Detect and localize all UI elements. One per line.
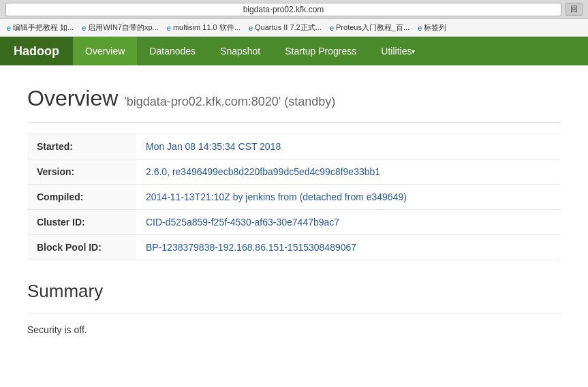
address-bar[interactable]: bigdata-pro02.kfk.com: [5, 3, 561, 16]
nav-brand: Hadoop: [0, 37, 73, 65]
table-cell-label: Started:: [27, 134, 136, 159]
browser-close-button[interactable]: 回: [566, 3, 583, 16]
table-row: Cluster ID: CID-d525a859-f25f-4530-af63-…: [27, 210, 561, 235]
bookmark-item[interactable]: e 标签列: [415, 22, 449, 33]
table-cell-value: CID-d525a859-f25f-4530-af63-30e7447b9ac7: [136, 210, 561, 235]
bookmark-icon: e: [249, 24, 253, 32]
bookmark-item[interactable]: e multisim 11.0 软件...: [164, 22, 243, 33]
table-cell-label: Version:: [27, 159, 136, 185]
nav-item-utilities[interactable]: Utilities: [369, 37, 427, 65]
table-row: Version: 2.6.0, re3496499ecb8d220fba99dc…: [27, 159, 561, 185]
table-cell-value: 2014-11-13T21:10Z by jenkins from (detac…: [136, 185, 561, 210]
security-status: Security is off.: [27, 324, 561, 335]
nav-item-overview[interactable]: Overview: [73, 37, 137, 65]
bookmark-item[interactable]: e Quartus II 7.2正式...: [246, 22, 324, 33]
nav-item-startup-progress[interactable]: Startup Progress: [273, 37, 369, 65]
bookmark-item[interactable]: e Proteus入门教程_百...: [327, 22, 412, 33]
bookmark-icon: e: [418, 24, 422, 32]
page-subtitle: 'bigdata-pro02.kfk.com:8020' (standby): [124, 95, 335, 108]
table-row: Compiled: 2014-11-13T21:10Z by jenkins f…: [27, 185, 561, 210]
bookmark-item[interactable]: e 启用WIN7自带的xp...: [79, 22, 161, 33]
table-cell-value: Mon Jan 08 14:35:34 CST 2018: [136, 134, 561, 159]
table-cell-label: Cluster ID:: [27, 210, 136, 235]
info-table: Started: Mon Jan 08 14:35:34 CST 2018 Ve…: [27, 134, 561, 260]
nav-item-snapshot[interactable]: Snapshot: [208, 37, 273, 65]
table-cell-label: Block Pool ID:: [27, 235, 136, 260]
table-row: Block Pool ID: BP-1238379838-192.168.86.…: [27, 235, 561, 260]
divider: [27, 313, 561, 313]
bookmarks-bar: e 编辑手把教程 如... e 启用WIN7自带的xp... e multisi…: [0, 19, 588, 37]
navigation-bar: Hadoop Overview Datanodes Snapshot Start…: [0, 37, 588, 65]
table-row: Started: Mon Jan 08 14:35:34 CST 2018: [27, 134, 561, 159]
page-title: Overview 'bigdata-pro02.kfk.com:8020' (s…: [27, 86, 561, 111]
table-cell-value: 2.6.0, re3496499ecb8d220fba99dc5ed4c99c8…: [136, 159, 561, 185]
nav-item-datanodes[interactable]: Datanodes: [137, 37, 208, 65]
bookmark-item[interactable]: e 编辑手把教程 如...: [4, 22, 76, 33]
divider: [27, 122, 561, 123]
bookmark-icon: e: [7, 24, 11, 32]
summary-title: Summary: [27, 281, 561, 302]
bookmark-icon: e: [82, 24, 86, 32]
page-content: Overview 'bigdata-pro02.kfk.com:8020' (s…: [0, 65, 588, 349]
browser-bar: bigdata-pro02.kfk.com 回: [0, 0, 588, 19]
bookmark-icon: e: [167, 24, 171, 32]
bookmark-icon: e: [330, 24, 334, 32]
table-cell-label: Compiled:: [27, 185, 136, 210]
table-cell-value: BP-1238379838-192.168.86.151-15153084890…: [136, 235, 561, 260]
